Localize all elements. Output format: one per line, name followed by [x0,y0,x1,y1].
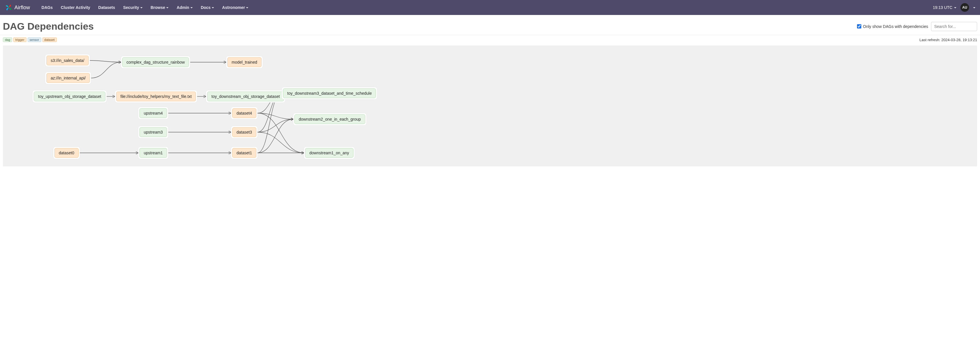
only-deps-checkbox-wrap[interactable]: Only show DAGs with dependencies [857,24,928,29]
graph-node[interactable]: az://in_internal_api/ [45,72,91,84]
graph-node[interactable]: upstream3 [138,126,168,138]
legend-row: dagtriggersensordataset Last refresh: 20… [0,35,980,44]
graph-node[interactable]: dataset3 [231,126,258,138]
airflow-logo[interactable]: Airflow [5,3,30,11]
graph-node-label: upstream4 [139,108,167,118]
time-text: 19:13 UTC [933,5,952,10]
graph-node[interactable]: dataset1 [231,147,258,159]
legend-chip-trigger[interactable]: trigger [13,37,26,42]
graph-node-label: downstream2_one_in_each_group [294,114,365,124]
graph-node-label: dataset1 [232,148,256,158]
graph-node[interactable]: dataset4 [231,107,258,119]
chevron-down-icon [212,7,214,8]
only-deps-label: Only show DAGs with dependencies [863,24,928,29]
graph-node-label: complex_dag_structure_rainbow [122,57,189,67]
nav-item-cluster-activity[interactable]: Cluster Activity [57,3,94,12]
nav-item-browse[interactable]: Browse [146,3,173,12]
nav-items: DAGsCluster ActivityDatasetsSecurityBrow… [37,3,933,12]
graph-node-label: s3://in_sales_data/ [46,56,89,65]
graph-node[interactable]: model_trained [226,56,263,68]
chevron-down-icon[interactable] [973,7,975,8]
nav-item-datasets[interactable]: Datasets [94,3,119,12]
nav-item-docs[interactable]: Docs [197,3,218,12]
nav-right: 19:13 UTC AU [933,3,975,12]
nav-item-astronomer[interactable]: Astronomer [218,3,252,12]
chevron-down-icon [246,7,248,8]
graph-node-label: dataset3 [232,127,256,137]
last-refresh: Last refresh: 2024-03-28, 19:13:21 [920,38,977,42]
graph-node[interactable]: upstream1 [138,147,168,159]
page-title: DAG Dependencies [3,21,94,32]
graph-node[interactable]: s3://in_sales_data/ [45,54,90,67]
graph-node-label: toy_upstream_obj_storage_dataset [34,92,105,102]
graph-node-label: toy_downstream3_dataset_and_time_schedul… [283,88,376,98]
graph-node[interactable]: toy_downstream3_dataset_and_time_schedul… [282,87,377,99]
legend-chip-dataset[interactable]: dataset [42,37,57,42]
graph-node[interactable]: file://include/toy_helpers/my_text_file.… [115,90,197,103]
chevron-down-icon [191,7,193,8]
graph-node-label: upstream3 [139,127,167,137]
nav-item-admin[interactable]: Admin [173,3,197,12]
avatar[interactable]: AU [961,3,969,12]
graph-node-label: file://include/toy_helpers/my_text_file.… [116,92,196,102]
graph-canvas[interactable]: s3://in_sales_data/az://in_internal_api/… [3,46,977,167]
nav-item-security[interactable]: Security [119,3,146,12]
pinwheel-icon [5,3,13,11]
legend-chips: dagtriggersensordataset [3,37,57,42]
only-deps-checkbox[interactable] [857,24,861,29]
graph-node-label: model_trained [227,57,262,67]
top-navbar: Airflow DAGsCluster ActivityDatasetsSecu… [0,0,980,15]
graph-node[interactable]: dataset0 [53,147,80,159]
header-controls: Only show DAGs with dependencies [857,22,977,31]
legend-chip-dag[interactable]: dag [3,37,12,42]
graph-node[interactable]: upstream4 [138,107,168,119]
graph-node-label: toy_downstream_obj_storage_dataset [207,92,284,102]
graph-node[interactable]: downstream1_on_any [304,147,355,159]
graph-node-label: dataset4 [232,108,256,118]
time-display[interactable]: 19:13 UTC [933,5,956,10]
chevron-down-icon [140,7,143,8]
graph-node-label: az://in_internal_api/ [46,73,90,83]
graph-node[interactable]: toy_upstream_obj_storage_dataset [33,90,107,103]
page-header: DAG Dependencies Only show DAGs with dep… [0,15,980,35]
legend-chip-sensor[interactable]: sensor [28,37,41,42]
graph-node-label: downstream1_on_any [305,148,353,158]
graph-node[interactable]: toy_downstream_obj_storage_dataset [206,90,285,103]
graph-node-label: dataset0 [54,148,79,158]
chevron-down-icon [166,7,169,8]
graph-node-label: upstream1 [139,148,167,158]
nav-item-dags[interactable]: DAGs [37,3,57,12]
brand-text: Airflow [14,5,30,11]
chevron-down-icon [954,7,956,8]
search-input[interactable] [931,22,977,31]
graph-node[interactable]: complex_dag_structure_rainbow [121,56,190,68]
graph-node[interactable]: downstream2_one_in_each_group [293,113,366,125]
